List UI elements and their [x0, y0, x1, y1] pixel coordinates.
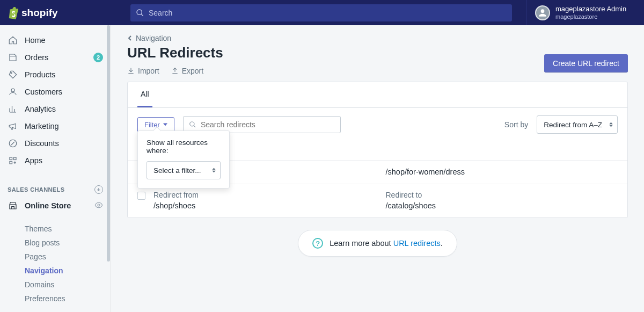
subnav-themes[interactable]: Themes	[0, 222, 111, 236]
store-name: mageplazastore	[555, 13, 626, 21]
breadcrumb[interactable]: Navigation	[111, 25, 644, 45]
page-title: URL Redirects	[127, 45, 223, 61]
filter-select[interactable]: Select a filter...	[147, 161, 221, 179]
sidebar-item-home[interactable]: Home	[0, 32, 111, 49]
search-icon	[136, 9, 144, 17]
subnav-pages[interactable]: Pages	[0, 250, 111, 264]
add-channel-button[interactable]: +	[94, 185, 103, 194]
caret-down-icon	[163, 122, 167, 127]
popover-title: Show all resources where:	[147, 139, 221, 155]
learn-more: ? Learn more about URL redirects.	[298, 230, 457, 257]
home-icon	[8, 35, 18, 46]
subnav-domains[interactable]: Domains	[0, 278, 111, 292]
view-store-icon[interactable]	[94, 201, 103, 211]
svg-rect-3	[10, 157, 12, 160]
megaphone-icon	[8, 121, 18, 132]
analytics-icon	[8, 104, 18, 114]
shopify-bag-icon	[8, 6, 19, 19]
sortby-label: Sort by	[504, 120, 528, 129]
redirect-to-value: /shop/for-women/dress	[386, 168, 618, 176]
col-from-header: Redirect from	[153, 191, 386, 199]
svg-point-6	[98, 204, 100, 206]
sales-channels-heading: SALES CHANNELS	[8, 186, 64, 193]
select-chevrons-icon	[212, 168, 216, 173]
svg-point-1	[11, 89, 14, 92]
svg-rect-4	[14, 157, 17, 160]
apps-icon	[8, 155, 18, 166]
help-icon: ?	[312, 238, 323, 249]
subnav-blog-posts[interactable]: Blog posts	[0, 236, 111, 250]
avatar	[535, 5, 550, 20]
user-menu[interactable]: mageplazastore Admin mageplazastore	[526, 0, 644, 25]
user-name: mageplazastore Admin	[555, 5, 626, 13]
redirect-to-value: /catalog/shoes	[386, 201, 618, 210]
sidebar-item-apps[interactable]: Apps	[0, 152, 111, 169]
search-redirects-input[interactable]	[201, 120, 335, 129]
logo[interactable]: shopify	[0, 6, 115, 19]
redirects-card: All Filter Sort by Redirect from A–Z	[127, 82, 628, 218]
sidebar-item-products[interactable]: Products	[0, 66, 111, 83]
sidebar-item-marketing[interactable]: Marketing	[0, 118, 111, 135]
col-to-header: Redirect to	[386, 191, 618, 199]
table-row[interactable]: Redirect from /shop/shoes Redirect to /c…	[128, 184, 627, 217]
global-search[interactable]: Search	[130, 4, 512, 21]
discount-icon	[8, 138, 18, 149]
search-icon	[189, 121, 196, 128]
breadcrumb-label: Navigation	[136, 34, 171, 42]
sort-select[interactable]: Redirect from A–Z	[537, 115, 618, 134]
svg-point-0	[11, 72, 12, 74]
export-button[interactable]: Export	[171, 67, 203, 75]
search-placeholder: Search	[149, 9, 172, 17]
sidebar-item-analytics[interactable]: Analytics	[0, 100, 111, 118]
tag-icon	[8, 69, 18, 80]
create-redirect-button[interactable]: Create URL redirect	[544, 54, 628, 72]
learn-link[interactable]: URL redirects	[393, 239, 441, 248]
filter-popover: Show all resources where: Select a filte…	[137, 130, 230, 188]
tab-all[interactable]: All	[137, 82, 152, 107]
learn-suffix: .	[441, 239, 443, 248]
export-icon	[171, 67, 179, 75]
chevron-left-icon	[127, 35, 133, 41]
subnav-preferences[interactable]: Preferences	[0, 292, 111, 306]
sidebar-item-online-store[interactable]: Online Store	[0, 197, 111, 214]
sort-chevrons-icon	[609, 122, 613, 127]
row-checkbox[interactable]	[137, 192, 145, 200]
orders-badge: 2	[93, 53, 103, 62]
learn-prefix: Learn more about	[330, 239, 393, 248]
sidebar-item-discounts[interactable]: Discounts	[0, 135, 111, 152]
import-icon	[127, 67, 135, 75]
sidebar: Home Orders 2 Products Customers Analyti…	[0, 25, 111, 312]
user-icon	[8, 86, 18, 97]
brand-text: shopify	[21, 7, 58, 19]
import-button[interactable]: Import	[127, 67, 159, 75]
redirect-from-value: /shop/shoes	[153, 201, 386, 210]
orders-icon	[8, 52, 18, 63]
sidebar-item-pos[interactable]: Point of Sale	[0, 309, 111, 312]
subnav-navigation[interactable]: Navigation	[0, 264, 111, 278]
svg-rect-5	[10, 162, 12, 164]
sidebar-item-orders[interactable]: Orders 2	[0, 49, 111, 66]
store-icon	[8, 200, 18, 211]
sidebar-item-customers[interactable]: Customers	[0, 83, 111, 100]
